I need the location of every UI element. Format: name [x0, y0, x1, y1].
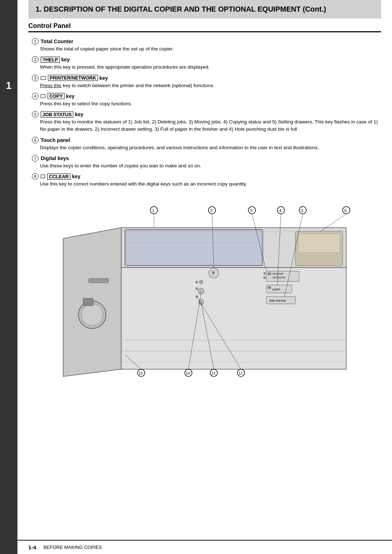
main-content: 1. DESCRIPTION OF THE DIGITAL COPIER AND…: [17, 0, 392, 398]
chapter-tab: 1: [0, 0, 17, 554]
svg-text:✓: ✓: [199, 290, 202, 294]
item-text: Press this key to switch between the pri…: [32, 82, 381, 89]
svg-text:2: 2: [210, 208, 212, 213]
svg-text:12: 12: [238, 371, 243, 375]
svg-text:?: ?: [212, 270, 215, 276]
svg-text:14: 14: [186, 371, 190, 375]
svg-rect-22: [268, 286, 271, 289]
footer-page-number: 1-4: [28, 544, 36, 550]
list-item: 8 CCLEAR key Use this key to correct num…: [28, 173, 381, 188]
control-panel-diagram: PRINTER/ NETWORK COPY JOB STATUS: [49, 195, 361, 384]
diagram-area: PRINTER/ NETWORK COPY JOB STATUS: [28, 195, 381, 384]
svg-text:NETWORK: NETWORK: [273, 276, 286, 279]
item-header: 5 JOB STATUS key: [32, 111, 381, 118]
key-suffix: key: [99, 75, 108, 81]
key-label: JOB STATUS: [41, 111, 73, 118]
svg-marker-3: [121, 268, 346, 369]
svg-text:6: 6: [344, 208, 347, 213]
circle-number: 5: [32, 111, 38, 118]
item-text: Shows the total of copied paper since th…: [32, 45, 381, 53]
key-label: PRINTER/NETWORK: [48, 75, 98, 81]
item-label: Digital keys: [41, 155, 69, 161]
key-label: CCLEAR: [47, 174, 70, 180]
svg-text:COPY: COPY: [272, 288, 281, 291]
copy-icon: [41, 94, 45, 98]
svg-text:15: 15: [139, 371, 143, 375]
item-header: 3 PRINTER/NETWORK key: [32, 75, 381, 81]
svg-text:4: 4: [279, 208, 281, 213]
circle-number: 7: [32, 155, 38, 162]
item-text: Press this key to monitor the statuses o…: [32, 118, 381, 133]
list-item: 4 COPY key Press this key to select the …: [28, 93, 381, 107]
item-text: Displays the copier conditions, operatin…: [32, 144, 381, 151]
item-label: Total Counter: [41, 38, 73, 44]
svg-point-20: [264, 277, 266, 279]
key-suffix: key: [61, 57, 70, 62]
svg-rect-7: [83, 298, 93, 306]
item-label: Touch panel: [41, 137, 70, 143]
key-label: COPY: [48, 93, 65, 99]
page-title: 1. DESCRIPTION OF THE DIGITAL COPIER AND…: [28, 0, 381, 19]
list-item: 1 Total Counter Shows the total of copie…: [28, 38, 381, 53]
key-suffix: key: [75, 111, 83, 117]
description-list: 1 Total Counter Shows the total of copie…: [28, 38, 381, 188]
svg-point-31: [196, 281, 198, 283]
chapter-number: 1: [6, 80, 12, 91]
svg-text:1: 1: [152, 208, 154, 213]
svg-text:JOB STATUS: JOB STATUS: [269, 299, 286, 302]
circle-number: 2: [32, 56, 38, 63]
item-header: 4 COPY key: [32, 93, 381, 99]
item-header: 7 Digital keys: [32, 155, 381, 162]
item-text: Press this key to select the copy functi…: [32, 100, 381, 107]
item-text: Use these keys to enter the number of co…: [32, 162, 381, 170]
item-header: 2 ?HELP key: [32, 56, 381, 63]
list-item: 7 Digital keys Use these keys to enter t…: [28, 155, 381, 170]
printer-icon: [41, 76, 46, 80]
page: 1 1. DESCRIPTION OF THE DIGITAL COPIER A…: [0, 0, 392, 554]
list-item: 5 JOB STATUS key Press this key to monit…: [28, 111, 381, 133]
svg-rect-4: [89, 278, 109, 283]
svg-text:13: 13: [211, 371, 216, 375]
svg-rect-27: [298, 234, 340, 252]
list-item: 3 PRINTER/NETWORK key Press this key to …: [28, 75, 381, 89]
item-header: 6 Touch panel: [32, 137, 381, 143]
svg-text:5: 5: [301, 208, 303, 213]
footer-text: BEFORE MAKING COPIES: [44, 545, 102, 550]
item-header: 1 Total Counter: [32, 38, 381, 45]
underline-text: Press this: [40, 83, 61, 88]
svg-point-6: [81, 304, 103, 326]
circle-number: 1: [32, 38, 38, 45]
key-label: ?HELP: [41, 57, 60, 63]
list-item: 2 ?HELP key When this key is pressed, th…: [28, 56, 381, 71]
item-text: Use this key to correct numbers entered …: [32, 180, 381, 188]
section-heading: Control Panel: [28, 19, 381, 32]
circle-number: 8: [32, 173, 38, 180]
svg-text:3: 3: [250, 208, 252, 213]
key-suffix: key: [66, 93, 74, 99]
circle-number: 6: [32, 137, 38, 143]
svg-rect-18: [268, 273, 271, 275]
list-item: 6 Touch panel Displays the copier condit…: [28, 137, 381, 151]
footer: 1-4 BEFORE MAKING COPIES: [17, 540, 392, 554]
circle-number: 3: [32, 75, 38, 81]
key-suffix: key: [72, 174, 80, 179]
item-header: 8 CCLEAR key: [32, 173, 381, 180]
svg-point-19: [264, 272, 266, 274]
svg-point-34: [196, 288, 198, 290]
clear-icon: [41, 175, 45, 178]
item-text: When this key is pressed, the appropriat…: [32, 64, 381, 71]
svg-point-30: [199, 280, 203, 284]
circle-number: 4: [32, 93, 38, 99]
